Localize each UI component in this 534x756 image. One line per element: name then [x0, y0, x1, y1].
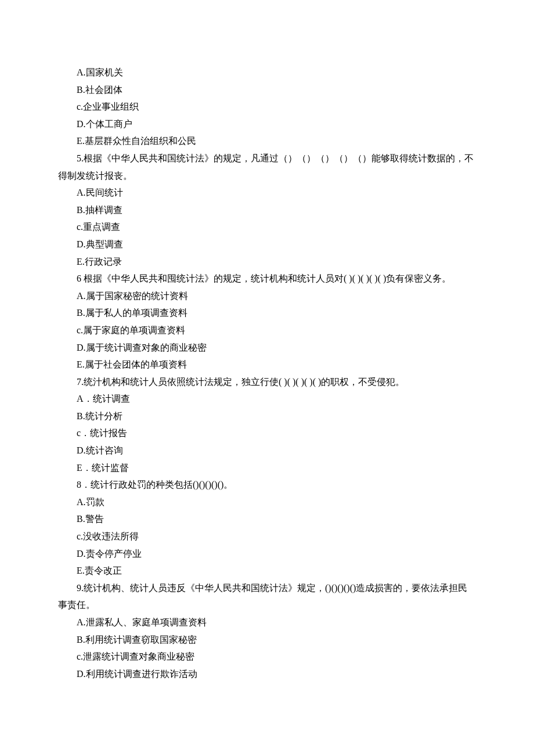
- q9-option-B: B.利用统计调查窃取国家秘密: [58, 631, 476, 649]
- q5-option-E: E.行政记录: [58, 253, 476, 271]
- document-page: A.国家机关 B.社会团体 c.企业事业组织 D.个体工商户 E.基层群众性自治…: [0, 0, 534, 740]
- q5-option-D: D.典型调查: [58, 236, 476, 253]
- q7-option-D: D.统计咨询: [58, 442, 476, 459]
- q4-option-D: D.个体工商户: [58, 116, 476, 133]
- q5-option-C: c.重点调查: [58, 218, 476, 236]
- q6-option-E: E.属于社会团体的单项资料: [58, 356, 476, 373]
- q4-option-A: A.国家机关: [58, 64, 476, 81]
- q8-option-D: D.责令停产停业: [58, 545, 476, 563]
- q5-stem: 5.根据《中华人民共和国统计法》的规定，凡通过（）（）（）（）（）能够取得统计数…: [58, 150, 476, 184]
- q7-option-B: B.统计分析: [58, 408, 476, 425]
- q8-option-A: A.罚款: [58, 494, 476, 511]
- q6-option-D: D.属于统计调查对象的商业秘密: [58, 339, 476, 357]
- q9-option-A: A.泄露私人、家庭单项调查资料: [58, 614, 476, 631]
- q8-stem: 8．统计行政处罚的种类包括()()()()()。: [58, 476, 476, 494]
- q8-option-E: E.责令改正: [58, 562, 476, 579]
- q6-option-A: A.属于国家秘密的统计资料: [58, 287, 476, 305]
- q8-option-B: B.警告: [58, 510, 476, 528]
- q5-option-B: B.抽样调查: [58, 201, 476, 219]
- q8-option-C: c.没收违法所得: [58, 528, 476, 545]
- q6-stem: 6 根据《中华人民共和囤统计法》的规定，统计机构和统计人员对( )( )( )(…: [58, 270, 476, 287]
- q6-option-C: c.属于家庭的单项调查资料: [58, 322, 476, 339]
- q7-stem: 7.统汁机构和统计人员依照统计法规定，独立行使( )( )( )( )( )的职…: [58, 373, 476, 391]
- q4-option-C: c.企业事业组织: [58, 98, 476, 116]
- q7-option-A: A．统计调查: [58, 390, 476, 408]
- q5-option-A: A.民间统计: [58, 184, 476, 201]
- q7-option-E: E．统计监督: [58, 459, 476, 477]
- q7-option-C: c．统计报告: [58, 424, 476, 442]
- q4-option-E: E.基层群众性自治组织和公民: [58, 132, 476, 150]
- q4-option-B: B.社会团体: [58, 81, 476, 99]
- q9-option-C: c.泄露统计调查对象商业秘密: [58, 648, 476, 665]
- q9-option-D: D.利用统计调查进行欺诈活动: [58, 665, 476, 683]
- q6-option-B: B.属于私人的单项调查资料: [58, 304, 476, 322]
- q9-stem: 9.统计机构、统计人员违反《中华人民共和国统计法》规定，()()()()()造成…: [58, 579, 476, 614]
